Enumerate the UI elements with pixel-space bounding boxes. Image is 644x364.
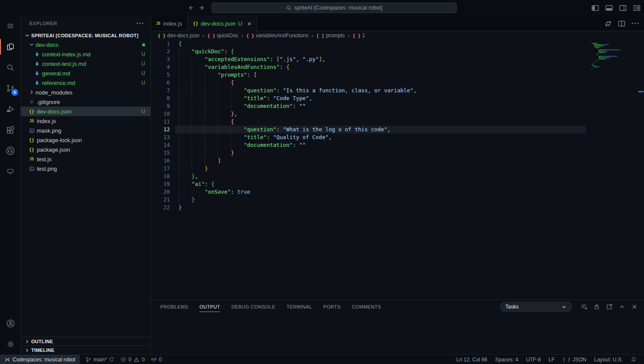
panel-tab-problems[interactable]: PROBLEMS — [160, 300, 188, 313]
close-panel-icon[interactable] — [631, 303, 638, 310]
code-line-3[interactable]: "acceptedExtensions": [".js", ".py"], — [175, 55, 586, 63]
code-line-20[interactable]: "onSave": true — [175, 188, 586, 196]
breadcrumb-item-variablesAndFunctions[interactable]: { }variablesAndFunctions — [246, 32, 308, 39]
code-line-19[interactable]: "ai": { — [175, 180, 586, 188]
code-line-12[interactable]: "question": "What is the log o of this c… — [175, 126, 586, 133]
toggle-sidebar-icon[interactable] — [590, 3, 600, 13]
output-channel-dropdown[interactable]: Tasks — [501, 302, 572, 312]
json-icon: {} — [29, 138, 35, 143]
code-line-9[interactable]: "documentation": "" — [175, 102, 586, 110]
tree-item-test-js[interactable]: JStest.js — [21, 154, 150, 164]
code-line-8[interactable]: "title": "Code Type", — [175, 94, 586, 102]
breadcrumbs: { }dev-docs.json›{ }quickDoc›{ }variable… — [151, 31, 644, 40]
minimap[interactable] — [589, 42, 637, 297]
toggle-secondary-sidebar-icon[interactable] — [618, 3, 628, 13]
panel-tab-debug-console[interactable]: DEBUG CONSOLE — [231, 300, 275, 313]
split-editor-icon[interactable] — [618, 20, 625, 27]
nav-back-icon[interactable] — [187, 4, 194, 11]
encoding-status[interactable]: UTF-8 — [522, 355, 545, 364]
search-view-icon[interactable] — [0, 57, 21, 78]
tree-item-package-lock-json[interactable]: {}package-lock.json — [21, 135, 150, 145]
problems-status[interactable]: 0 0 — [117, 355, 147, 364]
accounts-icon[interactable] — [0, 313, 21, 334]
code-line-22[interactable]: } — [175, 204, 586, 211]
forwarded-ports-status[interactable]: 0 — [148, 355, 165, 364]
settings-gear-icon[interactable] — [0, 334, 21, 354]
tree-item-index-js[interactable]: JSindex.js — [21, 116, 150, 126]
tree-item-package-json[interactable]: {}package.json — [21, 145, 150, 154]
tab-dev-docs-json[interactable]: {} dev-docs.json U × — [188, 16, 257, 31]
toggle-panel-icon[interactable] — [604, 3, 614, 13]
tree-item-general-md[interactable]: general.mdU — [21, 68, 150, 78]
panel-tab-terminal[interactable]: TERMINAL — [286, 300, 312, 313]
tree-item-dev-docs[interactable]: dev-docs — [21, 40, 150, 49]
breadcrumb-item-quickDoc[interactable]: { }quickDoc — [207, 32, 238, 39]
extensions-icon[interactable] — [0, 120, 21, 140]
remote-indicator[interactable]: Codespaces: musical robot — [0, 355, 80, 364]
code-line-6[interactable]: { — [175, 79, 586, 87]
code-line-5[interactable]: "prompts": [ — [175, 71, 586, 79]
command-center-search[interactable]: spriteAI [Codespaces: musical robot] — [211, 3, 457, 13]
tab-close-icon[interactable]: × — [247, 20, 251, 27]
code-line-17[interactable]: } — [175, 165, 586, 172]
timeline-section-header[interactable]: TIMELINE — [21, 345, 150, 354]
open-changes-icon[interactable] — [605, 20, 612, 27]
panel-tab-comments[interactable]: COMMENTS — [352, 300, 381, 313]
maximize-panel-icon[interactable] — [618, 303, 625, 310]
code-line-13[interactable]: "title": "Quality of Code", — [175, 133, 586, 141]
eol-status[interactable]: LF — [545, 355, 559, 364]
notifications-bell-icon[interactable] — [627, 355, 641, 364]
breadcrumb-item-1[interactable]: { }1 — [353, 32, 365, 39]
lock-icon[interactable] — [593, 303, 600, 310]
code-line-7[interactable]: "question": "Is this a function, class, … — [175, 87, 586, 94]
tree-item-mask-png[interactable]: mask.png — [21, 126, 150, 135]
clear-output-icon[interactable] — [581, 303, 588, 310]
customize-layout-icon[interactable] — [632, 3, 641, 13]
code-line-21[interactable]: } — [175, 196, 586, 204]
nav-forward-icon[interactable] — [198, 4, 205, 11]
remote-explorer-icon[interactable] — [0, 161, 21, 182]
github-icon[interactable] — [0, 140, 21, 161]
outline-section-header[interactable]: OUTLINE — [21, 337, 150, 346]
tree-item-node-modules[interactable]: node_modules — [21, 88, 150, 97]
run-debug-icon[interactable] — [0, 99, 21, 120]
code-line-16[interactable]: ] — [175, 157, 586, 165]
workspace-section-header[interactable]: SPRITEAI [CODESPACES: MUSICAL ROBOT] — [21, 31, 150, 40]
tab-index-js[interactable]: JS index.js — [151, 16, 188, 31]
open-output-in-editor-icon[interactable] — [606, 303, 613, 310]
image-icon — [29, 128, 35, 133]
code-content[interactable]: { "quickDoc": { "acceptedExtensions": ["… — [175, 40, 586, 211]
braces-red-icon: { } — [246, 33, 254, 38]
indentation-status[interactable]: Spaces: 4 — [491, 355, 522, 364]
more-actions-icon[interactable]: ··· — [631, 20, 640, 27]
breadcrumb-item-dev-docs-json[interactable]: { }dev-docs.json — [158, 32, 199, 39]
menu-icon[interactable] — [0, 16, 21, 36]
keyboard-layout-status[interactable]: Layout: U.S. — [590, 355, 627, 364]
code-line-11[interactable]: { — [175, 118, 586, 126]
cursor-position[interactable]: Ln 12, Col 66 — [452, 355, 491, 364]
explorer-icon[interactable] — [0, 36, 21, 57]
explorer-more-actions-icon[interactable]: ··· — [136, 20, 144, 27]
tree-item-context-test-js-md[interactable]: context-test.js.mdU — [21, 59, 150, 68]
code-line-18[interactable]: }, — [175, 172, 586, 180]
source-control-icon[interactable]: 5 — [0, 78, 21, 99]
tree-item-test-png[interactable]: test.png — [21, 164, 150, 173]
code-line-15[interactable]: } — [175, 149, 586, 157]
git-branch-status[interactable]: main* — [82, 355, 118, 364]
language-mode[interactable]: { } JSON — [559, 355, 590, 364]
breadcrumb-item-prompts[interactable]: [ ]prompts — [316, 32, 345, 39]
minimap-mark — [598, 51, 602, 52]
code-line-4[interactable]: "variablesAndFunctions": { — [175, 63, 586, 71]
tree-item--gitignore[interactable]: .gitignore — [21, 97, 150, 107]
code-editor[interactable]: 12345678910111213141516171819202122 { "q… — [151, 40, 644, 299]
tree-item-context-index-js-md[interactable]: context-index.js.mdU — [21, 49, 150, 59]
code-line-10[interactable]: }, — [175, 110, 586, 118]
panel-tab-ports[interactable]: PORTS — [323, 300, 341, 313]
code-line-14[interactable]: "documentation": "" — [175, 141, 586, 149]
tree-item-reference-md[interactable]: reference.mdU — [21, 78, 150, 88]
radio-tower-icon — [151, 357, 157, 363]
panel-tab-output[interactable]: OUTPUT — [199, 300, 220, 313]
code-line-2[interactable]: "quickDoc": { — [175, 48, 586, 55]
tree-item-dev-docs-json[interactable]: {}dev-docs.jsonU — [21, 107, 150, 116]
code-line-1[interactable]: { — [175, 40, 586, 48]
